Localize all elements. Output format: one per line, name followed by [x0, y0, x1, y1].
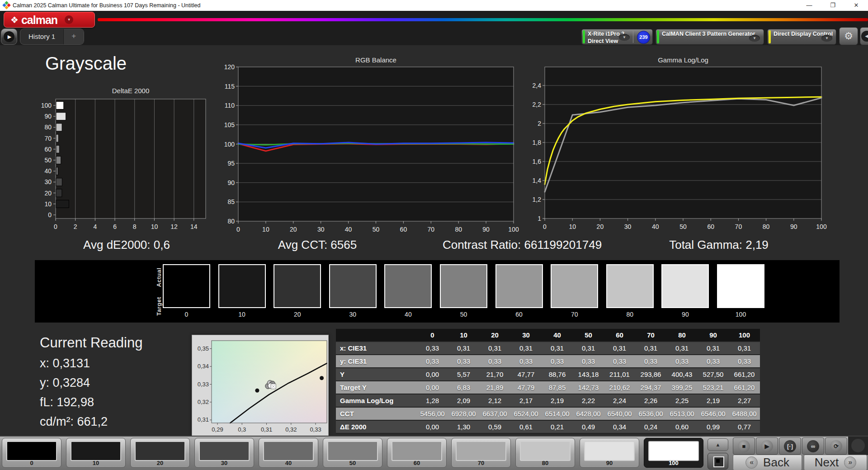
next-chevron-icon: » — [844, 456, 856, 469]
svg-text:100: 100 — [816, 223, 827, 230]
current-reading-x: x: 0,3131 — [40, 356, 90, 370]
svg-text:0,35: 0,35 — [198, 345, 209, 352]
add-tab-button[interactable]: + — [63, 29, 84, 44]
table-cell: 0,31 — [542, 342, 573, 355]
stop-icon: ■ — [738, 440, 750, 452]
svg-text:1,2: 1,2 — [533, 196, 542, 203]
pattern-generator-dropdown[interactable]: CalMAN Client 3 Pattern Generator ▼ — [656, 29, 764, 45]
workflow-expand-button[interactable]: ▶ — [1, 28, 17, 45]
chevron-down-icon: ▼ — [821, 35, 832, 42]
pattern-level-button-100[interactable]: 100 — [644, 438, 703, 468]
pattern-level-button-20[interactable]: 20 — [130, 438, 190, 468]
settings-button[interactable]: ⚙ — [839, 27, 858, 45]
next-button[interactable]: Next » — [804, 455, 867, 470]
pattern-level-label: 70 — [452, 460, 510, 466]
back-button[interactable]: « Back — [733, 455, 802, 470]
svg-text:50: 50 — [44, 157, 52, 164]
pattern-level-button-10[interactable]: 10 — [66, 438, 126, 468]
close-icon[interactable]: ✕ — [844, 0, 868, 11]
rgb-balance-chart: RGB Balance80859095100105110115120010203… — [194, 44, 520, 234]
pattern-level-button-30[interactable]: 30 — [194, 438, 254, 468]
table-cell: 6428,00 — [573, 407, 604, 420]
next-label: Next — [815, 456, 839, 470]
table-cell: 0,31 — [448, 342, 479, 355]
svg-text:0,33: 0,33 — [310, 426, 321, 433]
table-header-row: 0102030405060708090100 — [336, 329, 760, 342]
pattern-window-button[interactable] — [708, 453, 728, 470]
pattern-level-button-0[interactable]: 0 — [2, 438, 61, 468]
grayscale-swatch-40 — [384, 264, 432, 308]
pattern-level-button-80[interactable]: 80 — [515, 438, 575, 468]
svg-text:30: 30 — [44, 178, 52, 185]
table-cell: 5456,00 — [417, 407, 448, 420]
grayscale-swatch-50 — [440, 264, 487, 308]
pattern-level-up-button[interactable]: ▲ — [708, 438, 728, 451]
collapse-panel-button[interactable]: ◀ — [860, 27, 868, 45]
calman-menu-button[interactable]: ❖ calman ▼ — [4, 12, 95, 28]
pattern-swatch — [199, 441, 250, 461]
table-row: Target Y0,006,8321,8947,7987,85142,73210… — [336, 381, 760, 394]
measure-button[interactable]: [·] — [779, 437, 801, 455]
cie-chromaticity-chart: 0,350,340,330,320,310,290,30,310,320,33 — [192, 335, 329, 436]
minimize-icon[interactable]: — — [797, 0, 821, 11]
svg-text:0: 0 — [236, 226, 240, 233]
pattern-level-button-90[interactable]: 90 — [580, 438, 639, 468]
table-cell: 0,31 — [479, 342, 510, 355]
svg-text:10: 10 — [151, 223, 158, 230]
svg-text:2: 2 — [74, 223, 77, 230]
pattern-swatch — [392, 441, 442, 461]
pattern-level-button-40[interactable]: 40 — [259, 438, 318, 468]
table-cell: 399,25 — [666, 381, 698, 394]
svg-text:1,8: 1,8 — [533, 139, 542, 146]
meter-dropdown[interactable]: X-Rite i1Pro 2 Direct View ▼ 239 — [581, 29, 653, 45]
stop-button[interactable]: ■ — [733, 437, 755, 455]
table-cell: 88,76 — [542, 368, 573, 381]
table-cell: 0,21 — [542, 420, 573, 433]
table-cell: 0,33 — [604, 355, 635, 368]
display-control-dropdown[interactable]: Direct Display Control ▼ — [767, 29, 836, 45]
swatch-label: 70 — [551, 311, 598, 318]
pattern-swatch — [263, 441, 314, 461]
grayscale-swatch-70 — [551, 264, 598, 308]
table-column-header: 40 — [542, 329, 573, 342]
table-cell: 0,24 — [635, 420, 666, 433]
svg-text:0,34: 0,34 — [198, 363, 209, 370]
table-cell: 6514,00 — [542, 407, 573, 420]
swatch-label: 10 — [218, 311, 266, 318]
pattern-level-button-60[interactable]: 60 — [387, 438, 447, 468]
meter-count-badge[interactable]: 239 — [637, 31, 650, 44]
svg-text:70: 70 — [44, 135, 52, 142]
pattern-swatch — [520, 441, 571, 461]
swatch-label: 40 — [384, 311, 432, 318]
refresh-button[interactable]: ⟳ — [825, 437, 847, 455]
measure-icon: [·] — [784, 440, 796, 452]
svg-text:0,32: 0,32 — [198, 399, 209, 405]
pattern-level-button-50[interactable]: 50 — [323, 438, 382, 468]
table-cell: 0,00 — [417, 368, 448, 381]
pattern-level-button-70[interactable]: 70 — [451, 438, 511, 468]
table-cell: 0,33 — [573, 355, 604, 368]
svg-text:0,31: 0,31 — [198, 416, 209, 423]
svg-text:0: 0 — [48, 211, 52, 218]
svg-text:8: 8 — [133, 223, 137, 230]
svg-text:115: 115 — [225, 83, 235, 90]
svg-text:DeltaE 2000: DeltaE 2000 — [112, 87, 150, 95]
pattern-swatch — [327, 441, 378, 461]
svg-text:1,6: 1,6 — [533, 158, 542, 165]
svg-text:60: 60 — [707, 223, 714, 230]
table-cell: 47,79 — [510, 381, 542, 394]
table-cell: 2,27 — [729, 394, 760, 407]
pattern-level-label: 20 — [131, 460, 189, 466]
table-cell: 2,24 — [604, 394, 635, 407]
svg-text:80: 80 — [227, 218, 235, 225]
restore-icon[interactable]: ❐ — [821, 0, 844, 11]
table-cell: 21,89 — [479, 381, 510, 394]
table-row: Gamma Log/Log1,282,092,122,172,192,222,2… — [336, 394, 760, 407]
table-column-header: 20 — [479, 329, 510, 342]
play-button[interactable]: ▶ — [756, 437, 778, 455]
table-row-label: ΔE 2000 — [336, 420, 417, 433]
tab-history-1[interactable]: History 1 — [20, 29, 63, 44]
table-cell: 0,31 — [510, 342, 542, 355]
loop-button[interactable]: ∞ — [802, 437, 824, 455]
table-cell: 0,33 — [479, 355, 510, 368]
